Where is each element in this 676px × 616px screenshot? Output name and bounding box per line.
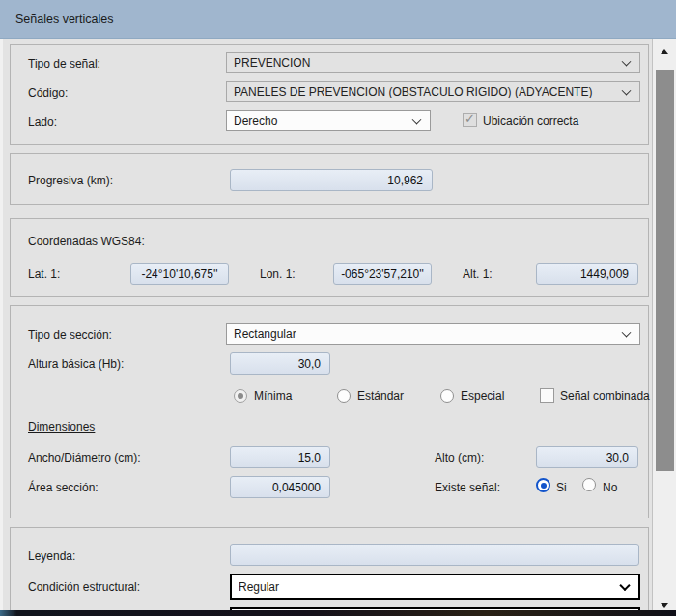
codigo-select: PANELES DE PREVENCION (OBSTACULO RIGIDO)… xyxy=(226,81,640,102)
existe-no-label: No xyxy=(603,481,617,494)
alto-field: 30,0 xyxy=(536,446,638,468)
tipo-seccion-value: Rectangular xyxy=(234,327,296,341)
dimensiones-heading: Dimensiones xyxy=(28,420,95,434)
check-icon: ✓ xyxy=(465,111,475,126)
area-seccion-value: 0,045000 xyxy=(272,481,321,494)
tipo-senal-label: Tipo de señal: xyxy=(28,57,100,70)
estandar-radio[interactable] xyxy=(337,389,351,403)
tipo-senal-select: PREVENCION xyxy=(226,52,640,73)
lon-label: Lon. 1: xyxy=(260,267,296,281)
especial-label: Especial xyxy=(461,389,504,403)
page-title: Señales verticales xyxy=(15,13,113,26)
lon-value: -065°23'57,210'' xyxy=(341,267,424,281)
existe-si-radio[interactable] xyxy=(536,478,550,492)
alto-label: Alto (cm): xyxy=(435,451,484,464)
altura-basica-label: Altura básica (Hb): xyxy=(28,357,124,371)
altura-basica-field: 30,0 xyxy=(230,352,330,375)
altura-basica-value: 30,0 xyxy=(298,357,321,371)
alt-value: 1449,009 xyxy=(580,267,629,281)
lado-value: Derecho xyxy=(234,114,277,127)
detalle-group: Leyenda: Condición estructural: Regular … xyxy=(10,527,649,616)
codigo-label: Código: xyxy=(28,86,68,99)
progresiva-group: Progresiva (km): 10,962 xyxy=(10,153,649,205)
coordenadas-group: Coordenadas WGS84: Lat. 1: -24°10'10,675… xyxy=(10,218,649,297)
chevron-down-icon xyxy=(622,86,632,96)
radio-dot-icon xyxy=(238,393,243,399)
progresiva-label: Progresiva (km): xyxy=(28,174,113,187)
alto-value: 30,0 xyxy=(606,451,629,464)
senales-verticales-panel: Señales verticales Tipo de señal: PREVEN… xyxy=(0,0,676,616)
lat-label: Lat. 1: xyxy=(28,267,60,281)
existe-no-radio[interactable] xyxy=(582,478,596,491)
tipo-seccion-label: Tipo de sección: xyxy=(28,328,112,342)
radio-dot-icon xyxy=(541,483,547,489)
title-bar: Señales verticales xyxy=(0,0,676,39)
ancho-label: Ancho/Diámetro (cm): xyxy=(28,451,141,464)
area-seccion-field: 0,045000 xyxy=(230,476,330,498)
lon-field: -065°23'57,210'' xyxy=(333,263,432,285)
lat-value: -24°10'10,675'' xyxy=(141,267,217,281)
arrow-down-icon xyxy=(661,603,668,608)
existe-senal-label: Existe señal: xyxy=(435,481,500,494)
ancho-value: 15,0 xyxy=(298,451,321,464)
lat-field: -24°10'10,675'' xyxy=(130,263,229,285)
codigo-value: PANELES DE PREVENCION (OBSTACULO RIGIDO)… xyxy=(234,85,592,98)
chevron-down-icon xyxy=(622,57,632,67)
progresiva-field: 10,962 xyxy=(230,169,433,191)
minima-radio[interactable] xyxy=(234,389,247,403)
leyenda-label: Leyenda: xyxy=(28,549,75,563)
scroll-up-button[interactable] xyxy=(653,42,676,60)
ubicacion-correcta-label: Ubicación correcta xyxy=(483,114,578,127)
seccion-group: Tipo de sección: Rectangular Altura bási… xyxy=(10,305,649,518)
existe-si-label: Si xyxy=(556,481,567,494)
ancho-field: 15,0 xyxy=(230,446,330,468)
condicion-estructural-select[interactable]: Regular xyxy=(230,574,640,600)
minima-label: Mínima xyxy=(254,389,292,403)
arrow-up-icon xyxy=(661,49,668,54)
progresiva-value: 10,962 xyxy=(387,174,423,187)
tipo-senal-value: PREVENCION xyxy=(234,56,310,70)
senal-combinada-checkbox[interactable] xyxy=(540,388,554,403)
senal-combinada-label: Señal combinada xyxy=(560,389,650,403)
tipo-seccion-select[interactable]: Rectangular xyxy=(226,323,640,345)
coordenadas-title: Coordenadas WGS84: xyxy=(28,235,145,248)
alt-field: 1449,009 xyxy=(536,263,638,285)
condicion-estructural-value: Regular xyxy=(239,580,279,594)
condicion-estructural-label: Condición estructural: xyxy=(28,580,140,594)
chevron-down-icon xyxy=(619,579,630,590)
lado-label: Lado: xyxy=(28,115,57,128)
lado-select[interactable]: Derecho xyxy=(226,110,431,131)
background-map-strip xyxy=(0,610,676,616)
area-seccion-label: Área sección: xyxy=(28,481,99,494)
chevron-down-icon xyxy=(622,328,632,338)
especial-radio[interactable] xyxy=(440,389,454,403)
chevron-down-icon xyxy=(412,115,422,125)
estandar-label: Estándar xyxy=(357,389,404,403)
scrollbar-thumb[interactable] xyxy=(656,70,674,471)
alt-label: Alt. 1: xyxy=(463,267,493,281)
left-edge-divider xyxy=(0,39,3,616)
leyenda-field xyxy=(230,544,639,566)
ubicacion-correcta-checkbox: ✓ xyxy=(463,113,477,127)
signal-group: Tipo de señal: PREVENCION Código: PANELE… xyxy=(10,44,649,145)
